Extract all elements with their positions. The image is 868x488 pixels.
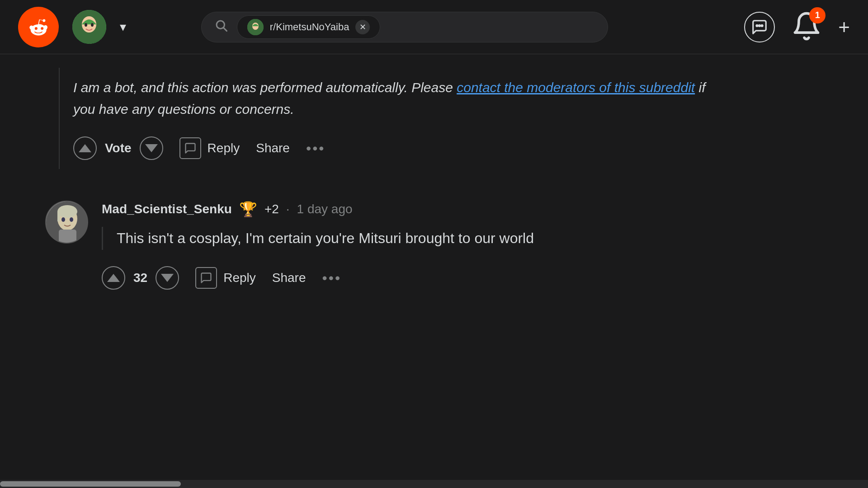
svg-rect-18 bbox=[59, 230, 76, 244]
subreddit-name: r/KimetsuNoYaiba bbox=[270, 21, 349, 33]
flair-icon: 🏆 bbox=[239, 201, 257, 218]
horizontal-scrollbar[interactable] bbox=[0, 480, 868, 488]
comment-body: This isn't a cosplay, I'm certain you're… bbox=[117, 230, 534, 246]
svg-point-16 bbox=[61, 217, 65, 222]
bot-comment-text: I am a bot, and this action was performe… bbox=[73, 77, 706, 120]
svg-point-11 bbox=[761, 25, 763, 26]
close-icon: ✕ bbox=[359, 22, 366, 32]
user-vote-count: 32 bbox=[133, 271, 147, 285]
reply-label: Reply bbox=[208, 141, 240, 155]
commenter-username[interactable]: Mad_Scientist_Senku bbox=[102, 202, 232, 216]
reddit-logo[interactable] bbox=[18, 7, 59, 47]
comment-text: This isn't a cosplay, I'm certain you're… bbox=[102, 227, 735, 250]
user-comment-body: Mad_Scientist_Senku 🏆 +2 · 1 day ago Thi… bbox=[102, 201, 823, 290]
share-button[interactable]: Share bbox=[256, 141, 290, 155]
moderator-link[interactable]: contact the moderators of this subreddit bbox=[457, 80, 695, 95]
subreddit-pill[interactable]: r/KimetsuNoYaiba ✕ bbox=[237, 15, 381, 39]
vote-section: Vote bbox=[73, 136, 163, 160]
comment-timestamp: 1 day ago bbox=[297, 202, 353, 216]
reply-icon bbox=[179, 137, 201, 159]
bot-text-part1: I am a bot, and this action was performe… bbox=[73, 80, 457, 95]
create-post-button[interactable]: + bbox=[838, 16, 850, 38]
downvote-button[interactable] bbox=[140, 136, 163, 160]
user-share-button[interactable]: Share bbox=[272, 271, 306, 285]
dropdown-arrow[interactable]: ▾ bbox=[120, 19, 126, 34]
more-options-button[interactable]: ••• bbox=[306, 140, 326, 157]
user-reply-label: Reply bbox=[223, 271, 256, 285]
notification-badge: 1 bbox=[809, 7, 826, 23]
commenter-avatar[interactable] bbox=[45, 201, 88, 244]
user-upvote-icon bbox=[107, 274, 120, 282]
user-vote-section: 32 bbox=[102, 266, 179, 290]
user-flair: 🏆 bbox=[239, 201, 257, 218]
svg-point-17 bbox=[70, 217, 73, 222]
svg-line-6 bbox=[223, 28, 226, 31]
user-meta: Mad_Scientist_Senku 🏆 +2 · 1 day ago bbox=[102, 201, 823, 218]
close-pill-button[interactable]: ✕ bbox=[355, 20, 370, 34]
chat-button[interactable] bbox=[744, 12, 775, 42]
upvote-button[interactable] bbox=[73, 136, 97, 160]
user-avatar[interactable] bbox=[72, 10, 106, 44]
svg-point-3 bbox=[85, 23, 87, 27]
comment-section: I am a bot, and this action was performe… bbox=[45, 54, 823, 290]
svg-point-10 bbox=[759, 25, 760, 26]
user-reply-icon bbox=[195, 267, 217, 289]
user-comment-actions: 32 Reply bbox=[102, 266, 823, 290]
upvote-icon bbox=[79, 144, 91, 152]
svg-point-9 bbox=[756, 25, 758, 26]
user-more-options-button[interactable]: ••• bbox=[322, 270, 341, 286]
header: ▾ r/KimetsuNoYaiba ✕ bbox=[0, 0, 868, 54]
user-downvote-button[interactable] bbox=[156, 266, 179, 290]
search-icon bbox=[214, 19, 228, 35]
reply-button[interactable]: Reply bbox=[179, 137, 240, 159]
downvote-icon bbox=[145, 144, 158, 152]
user-downvote-icon bbox=[161, 274, 174, 282]
bot-comment-actions: Vote Reply Share •• bbox=[73, 136, 823, 160]
user-reply-button[interactable]: Reply bbox=[195, 267, 256, 289]
scrollbar-thumb[interactable] bbox=[0, 481, 181, 487]
svg-rect-15 bbox=[57, 211, 60, 221]
bot-comment: I am a bot, and this action was performe… bbox=[59, 68, 823, 169]
subreddit-avatar bbox=[247, 19, 264, 35]
dot-separator: · bbox=[286, 202, 290, 216]
comment-divider bbox=[45, 169, 823, 192]
header-actions: 1 + bbox=[744, 11, 850, 43]
comment-score: +2 bbox=[264, 202, 279, 216]
svg-point-14 bbox=[57, 205, 77, 218]
vote-label: Vote bbox=[105, 141, 132, 155]
svg-point-4 bbox=[91, 23, 94, 27]
user-upvote-button[interactable] bbox=[102, 266, 125, 290]
search-bar[interactable]: r/KimetsuNoYaiba ✕ bbox=[201, 12, 608, 42]
notification-button[interactable]: 1 bbox=[791, 11, 822, 43]
user-comment: Mad_Scientist_Senku 🏆 +2 · 1 day ago Thi… bbox=[45, 201, 823, 290]
